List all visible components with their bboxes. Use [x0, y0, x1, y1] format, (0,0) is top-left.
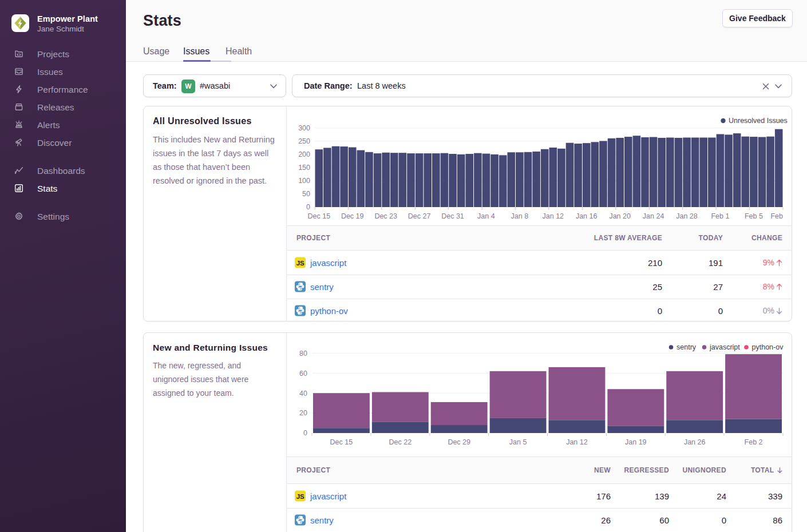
svg-text:Dec 29: Dec 29: [448, 438, 470, 446]
svg-text:0: 0: [303, 429, 307, 437]
svg-text:Jan 12: Jan 12: [566, 438, 588, 446]
svg-text:JS: JS: [296, 493, 304, 499]
svg-text:sentry: sentry: [677, 343, 697, 351]
svg-text:Dec 15: Dec 15: [307, 212, 330, 220]
svg-text:Dec 27: Dec 27: [408, 212, 431, 220]
svg-text:100: 100: [298, 177, 310, 185]
svg-text:Dec 22: Dec 22: [389, 438, 412, 446]
svg-text:0: 0: [306, 203, 310, 211]
svg-text:Unresolved Issues: Unresolved Issues: [729, 117, 788, 125]
svg-text:20: 20: [299, 409, 307, 417]
svg-text:Jan 19: Jan 19: [625, 438, 647, 446]
svg-text:Jan 4: Jan 4: [477, 212, 495, 220]
svg-text:Jan 28: Jan 28: [676, 212, 698, 220]
svg-text:Feb: Feb: [770, 212, 783, 220]
svg-text:Dec 23: Dec 23: [374, 212, 397, 220]
svg-text:Jan 8: Jan 8: [511, 212, 529, 220]
svg-text:Jan 5: Jan 5: [509, 438, 527, 446]
svg-text:80: 80: [299, 350, 307, 358]
svg-text:Jan 26: Jan 26: [684, 438, 706, 446]
svg-text:Dec 15: Dec 15: [330, 438, 353, 446]
svg-text:150: 150: [298, 164, 310, 172]
svg-text:Jan 16: Jan 16: [576, 212, 598, 220]
svg-text:60: 60: [299, 370, 307, 378]
svg-text:python-ov: python-ov: [752, 343, 784, 351]
svg-text:Jan 20: Jan 20: [609, 212, 631, 220]
svg-text:Feb 1: Feb 1: [711, 212, 729, 220]
svg-text:Feb 2: Feb 2: [745, 438, 763, 446]
svg-text:40: 40: [299, 390, 307, 398]
svg-text:Dec 19: Dec 19: [341, 212, 364, 220]
svg-text:250: 250: [298, 137, 310, 145]
svg-text:200: 200: [298, 150, 310, 158]
svg-text:Dec 31: Dec 31: [441, 212, 464, 220]
svg-text:Jan 24: Jan 24: [643, 212, 664, 220]
svg-text:300: 300: [298, 124, 310, 132]
svg-text:JS: JS: [296, 259, 304, 266]
svg-text:Jan 12: Jan 12: [543, 212, 564, 220]
svg-text:Feb 5: Feb 5: [745, 212, 763, 220]
svg-text:50: 50: [302, 190, 310, 198]
svg-text:javascript: javascript: [709, 343, 740, 351]
